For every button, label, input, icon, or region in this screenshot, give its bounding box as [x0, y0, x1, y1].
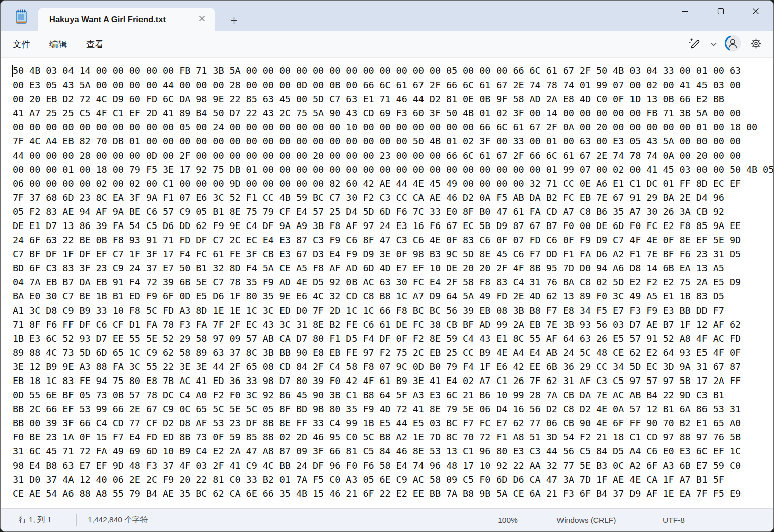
text-line: 24 6F 63 22 BE 0B F8 93 91 71 FD DF C7 2…	[13, 233, 773, 247]
close-button[interactable]	[738, 1, 773, 23]
text-line: C7 BF DF 1F DF EF C7 1F 3F 17 F4 FC 61 F…	[13, 247, 773, 261]
chevron-down-icon	[711, 40, 717, 48]
gear-icon	[750, 38, 762, 51]
menu-items: 文件编辑查看	[6, 35, 111, 53]
text-line: 44 00 00 00 28 00 00 00 0D 00 2F 00 00 0…	[13, 148, 773, 163]
close-icon	[199, 15, 205, 23]
minimize-button[interactable]	[668, 1, 703, 23]
text-line: 04 7A EB B7 DA EB 91 F4 72 39 6B 5E C7 7…	[13, 275, 773, 289]
text-line: 7F 4C A4 EB 82 70 DB 01 00 00 00 00 00 0…	[13, 134, 773, 148]
text-line: 98 E4 B8 63 E7 EF 9D 48 F3 37 4F 03 2F 4…	[13, 459, 773, 473]
menu-edit[interactable]: 编辑	[42, 35, 74, 53]
text-line: 89 88 4C 73 5D 6D 65 1C C9 62 58 89 63 3…	[13, 346, 773, 360]
person-circle-icon	[724, 34, 742, 54]
tab-document[interactable]: Hakuya Want A Girl Friend.txt	[38, 8, 215, 31]
text-line: 00 00 00 01 00 18 00 79 F5 3E 17 92 75 D…	[13, 163, 773, 177]
zoom-level: 100%	[485, 516, 530, 525]
window-controls	[668, 1, 773, 23]
menu-view[interactable]: 查看	[79, 35, 111, 53]
sparkle-pen-icon	[688, 37, 701, 51]
notepad-app-icon	[15, 9, 27, 24]
text-line: 00 20 EB D2 72 4C D9 60 FD 6C DA 98 9E 2…	[13, 92, 773, 106]
rewrite-dropdown-button[interactable]	[707, 35, 720, 53]
line-ending: Windows (CRLF)	[530, 516, 643, 525]
tab-close-button[interactable]	[194, 12, 209, 27]
text-line: 06 00 00 00 00 02 00 02 00 C1 00 00 00 9…	[13, 177, 773, 191]
text-line: DE E1 D7 13 86 39 FA 54 C5 D6 DD 62 F9 9…	[13, 219, 773, 233]
plus-icon	[230, 17, 238, 26]
text-line: BD 6F C3 83 3F 23 C9 24 37 E7 50 B1 32 8…	[13, 261, 773, 275]
character-count: 1,442,840 个字符	[88, 515, 148, 525]
text-line: EB 18 1C 83 FE 94 75 80 E8 7B AC 41 ED 3…	[13, 374, 773, 388]
text-line: 50 4B 03 04 14 00 00 00 00 00 FB 71 3B 5…	[13, 64, 773, 78]
text-line: 41 A7 25 25 C5 4F C1 EF 2D 41 89 B4 50 D…	[13, 106, 773, 120]
text-content: 50 4B 03 04 14 00 00 00 00 00 FB 71 3B 5…	[13, 64, 773, 501]
minimize-icon	[682, 8, 689, 16]
maximize-button[interactable]	[703, 1, 738, 23]
text-line: 0D 55 6E BF 05 73 0B 57 78 DC C4 A0 F2 F…	[13, 388, 773, 402]
close-icon	[752, 8, 759, 16]
status-right: 100% Windows (CRLF) UTF-8	[485, 514, 773, 526]
toolbar-right	[684, 35, 766, 53]
text-line: 31 D0 37 4A 12 40 06 2E 2C F9 20 22 81 C…	[13, 473, 773, 487]
encoding: UTF-8	[643, 516, 705, 525]
text-line: BB 2C 66 EF 53 99 66 2E 67 C9 0C 65 5C 5…	[13, 402, 773, 416]
titlebar[interactable]: Hakuya Want A Girl Friend.txt	[1, 1, 773, 31]
notepad-window: Hakuya Want A Girl Friend.txt	[0, 0, 774, 532]
text-line: BB 00 39 3F 66 C4 CD 77 CF D2 D8 AF 53 2…	[13, 416, 773, 430]
text-line: 7F 37 68 6D 23 8C EA 3F 9A F1 07 E6 3C 5…	[13, 191, 773, 205]
text-line: BA E0 30 C7 BE 1B B1 ED F9 6F 0D E5 D6 1…	[13, 289, 773, 303]
status-left: 行 1, 列 1 1,442,840 个字符	[1, 514, 148, 526]
text-caret	[12, 65, 13, 77]
new-tab-button[interactable]	[224, 13, 243, 29]
status-bar: 行 1, 列 1 1,442,840 个字符 100% Windows (CRL…	[1, 508, 773, 531]
text-line: 71 8F F6 FF DF C6 CF D1 FA 78 F3 FA 7F 2…	[13, 318, 773, 332]
tab-title: Hakuya Want A Girl Friend.txt	[49, 15, 194, 24]
text-line: 00 E3 05 43 5A 00 00 00 00 44 00 00 00 2…	[13, 78, 773, 92]
text-line: 05 F2 83 AE 94 AF 9A BE C6 57 C9 05 B1 8…	[13, 205, 773, 219]
status-separator	[76, 514, 77, 526]
menu-file[interactable]: 文件	[6, 35, 37, 53]
settings-button[interactable]	[745, 35, 766, 53]
text-line: 3E 12 B9 9E A3 88 FA 3C 55 22 3E 3E 44 2…	[13, 360, 773, 374]
text-line: A1 3C D8 C9 B9 33 10 F8 5C FD A3 8D 1E 1…	[13, 303, 773, 318]
maximize-icon	[717, 8, 724, 16]
cursor-position: 行 1, 列 1	[19, 515, 63, 525]
text-line: CE AE 54 A6 88 A8 55 79 B4 AE 35 BC 62 C…	[13, 487, 773, 501]
rewrite-button[interactable]	[684, 35, 705, 53]
text-line: 1B E3 6C 52 93 D7 EE 55 5E 52 29 58 97 0…	[13, 332, 773, 346]
text-line: 31 6C 45 71 72 FA 49 69 6D 10 B9 C4 E2 2…	[13, 444, 773, 459]
text-line: F0 BE 23 1A 0F 15 F7 E4 FD ED 8B 73 0F 5…	[13, 430, 773, 444]
text-line: 00 00 00 00 00 00 00 00 00 00 05 00 24 0…	[13, 120, 773, 134]
account-button[interactable]	[722, 35, 743, 53]
menu-bar: 文件编辑查看	[1, 31, 773, 58]
text-area[interactable]: 50 4B 03 04 14 00 00 00 00 00 FB 71 3B 5…	[1, 58, 773, 508]
